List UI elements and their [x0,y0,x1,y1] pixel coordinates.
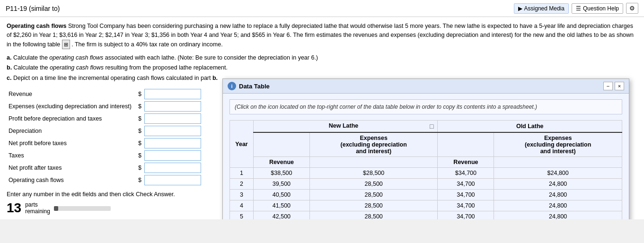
form-row-label: Expenses (excluding depreciation and int… [7,100,136,113]
old-revenue-cell: 34,700 [438,200,494,211]
form-row: Taxes $ [7,149,203,162]
form-row-dollar: $ [136,125,142,137]
old-lathe-header: Old Lathe [438,121,622,133]
list-icon: ☰ [576,5,581,12]
old-expenses-header: Expenses(excluding depreciationand inter… [494,132,622,157]
year-cell: 1 [230,168,254,179]
table-icon[interactable]: ⊞ [62,40,70,50]
form-row-label: Net profit before taxes [7,137,136,149]
new-revenue-cell: 41,500 [254,200,310,211]
copy-icon[interactable]: □ [430,122,433,130]
new-revenue-cell: 40,500 [254,190,310,200]
old-revenue-subheader: Revenue [438,157,494,168]
modal-note: (Click on the icon located on the top-ri… [229,99,622,114]
form-input[interactable] [144,101,201,112]
progress-bar-container [54,206,111,211]
form-row: Profit before depreciation and taxes $ [7,113,203,125]
form-row: Depreciation $ [7,125,203,137]
info-icon: i [228,82,236,90]
new-revenue-cell: 42,500 [254,211,310,219]
form-row-label: Depreciation [7,125,136,137]
new-expenses-subheader [309,157,438,168]
new-revenue-header [254,132,310,157]
operating-cash-flows-label: Operating cash flows [7,23,66,29]
progress-bar [54,206,59,211]
year-cell: 4 [230,200,254,211]
assigned-media-icon: ▶ [518,5,522,12]
parts-label: parts remaining [25,201,50,215]
form-input[interactable] [144,89,201,99]
form-row-label: Taxes [7,149,136,162]
year-cell: 5 [230,211,254,219]
form-row-label: Net profit after taxes [7,162,136,174]
new-expenses-cell: 28,500 [309,190,438,200]
new-lathe-header: New Lathe □ [254,121,438,133]
modal-title: i Data Table [228,82,270,90]
parts-number: 13 [7,201,21,215]
year-col-header: Year [230,121,254,168]
new-revenue-cell: $38,500 [254,168,310,179]
data-table: Year New Lathe □ Old Lathe Expenses(excl… [229,120,622,219]
modal-minimize-button[interactable]: − [603,82,613,90]
form-row-dollar: $ [136,100,142,113]
form-row-label: Operating cash flows [7,174,136,186]
problem-text: Operating cash flows Strong Tool Company… [7,22,637,49]
form-input[interactable] [144,126,201,136]
form-row: Operating cash flows $ [7,174,203,186]
form-row-input-cell [142,125,203,137]
old-revenue-cell: $34,700 [438,168,494,179]
form-row-input-cell [142,113,203,125]
top-bar-buttons: ▶ Assigned Media ☰ Question Help ⚙ [514,3,638,14]
old-revenue-cell: 34,700 [438,179,494,190]
settings-button[interactable]: ⚙ [626,3,638,14]
form-row-dollar: $ [136,88,142,100]
form-row: Net profit after taxes $ [7,162,203,174]
form-row-dollar: $ [136,149,142,162]
main-content: Operating cash flows Strong Tool Company… [0,17,644,219]
form-row-input-cell [142,149,203,162]
part-b: b. Calculate the operating cash flows re… [7,63,637,73]
old-expenses-cell: 24,800 [494,179,622,190]
question-help-button[interactable]: ☰ Question Help [572,3,623,14]
new-expenses-cell: $28,500 [309,168,438,179]
form-row-dollar: $ [136,137,142,149]
page-title: P11-19 (similar to) [6,5,60,12]
year-cell: 2 [230,179,254,190]
form-row-input-cell [142,88,203,100]
table-row: 1 $38,500 $28,500 $34,700 $24,800 [230,168,622,179]
old-expenses-cell: 24,800 [494,190,622,200]
old-expenses-cell: 24,800 [494,211,622,219]
assigned-media-button[interactable]: ▶ Assigned Media [514,3,569,14]
part-a: a. Calculate the operating cash flows as… [7,53,637,63]
old-revenue-header [438,132,494,157]
table-row: 3 40,500 28,500 34,700 24,800 [230,190,622,200]
new-expenses-cell: 28,500 [309,200,438,211]
form-row-input-cell [142,174,203,186]
old-expenses-cell: $24,800 [494,168,622,179]
new-revenue-cell: 39,500 [254,179,310,190]
modal-controls: − × [603,82,624,90]
form-row-input-cell [142,137,203,149]
form-row-label: Profit before depreciation and taxes [7,113,136,125]
new-expenses-cell: 28,500 [309,211,438,219]
form-input[interactable] [144,150,201,161]
form-row: Revenue $ [7,88,203,100]
old-revenue-cell: 34,700 [438,211,494,219]
modal-close-button[interactable]: × [615,82,624,90]
form-row-label: Revenue [7,88,136,100]
new-expenses-cell: 28,500 [309,179,438,190]
new-expenses-header: Expenses(excluding depreciationand inter… [309,132,438,157]
form-row-input-cell [142,100,203,113]
year-cell: 3 [230,190,254,200]
modal-header: i Data Table − × [223,79,629,94]
old-revenue-cell: 34,700 [438,190,494,200]
table-row: 4 41,500 28,500 34,700 24,800 [230,200,622,211]
form-input[interactable] [144,113,201,124]
modal-body: (Click on the icon located on the top-ri… [223,94,629,219]
form-row: Expenses (excluding depreciation and int… [7,100,203,113]
form-input[interactable] [144,138,201,148]
old-expenses-cell: 24,800 [494,200,622,211]
form-row-input-cell [142,162,203,174]
form-input[interactable] [144,163,201,173]
form-input[interactable] [144,175,201,185]
